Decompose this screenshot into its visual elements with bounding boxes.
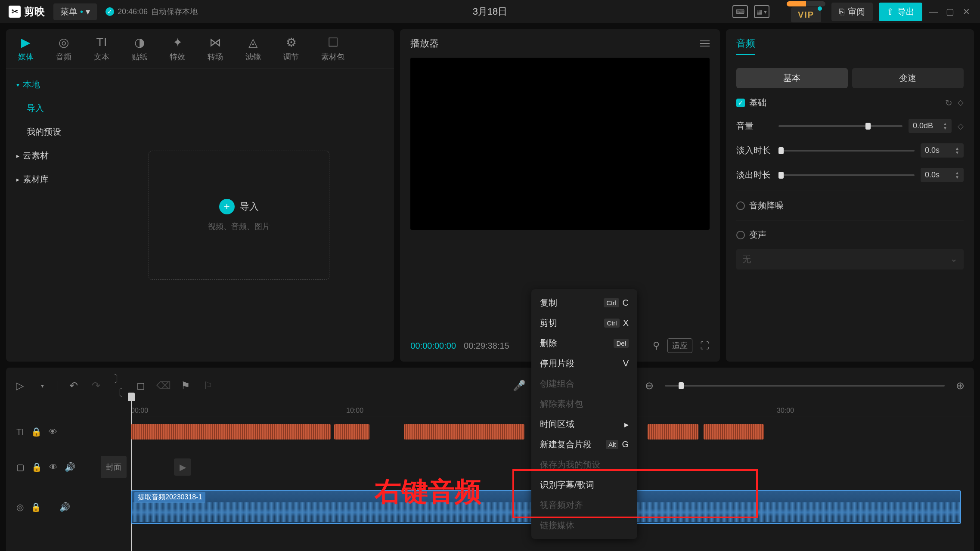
crop-button[interactable]: ◻ <box>134 380 148 392</box>
vip-badge[interactable]: VIP <box>791 7 821 22</box>
import-area: + 导入 视频、音频、图片 <box>84 68 394 362</box>
app-logo: ✂ 剪映 <box>9 5 45 19</box>
import-hint: 视频、音频、图片 <box>208 221 270 232</box>
minimize-button[interactable]: — <box>928 6 939 17</box>
ruler-mark: 10:00 <box>346 407 363 415</box>
fadeout-value[interactable]: 0.0s▲▼ <box>921 168 964 182</box>
delete-button[interactable]: ⌫ <box>156 380 170 392</box>
lock-icon[interactable]: 🔒 <box>31 427 42 437</box>
fadeout-slider[interactable] <box>778 174 915 176</box>
eye-icon[interactable]: 👁 <box>49 462 58 472</box>
tab-audio[interactable]: ◎音频 <box>53 34 75 64</box>
sidebar-local[interactable]: ▾本地 <box>6 73 84 96</box>
zoom-slider[interactable] <box>665 385 945 387</box>
import-button[interactable]: + 导入 <box>219 199 259 214</box>
keyframe-icon[interactable]: ◇ <box>958 98 964 108</box>
sidebar-library[interactable]: ▸素材库 <box>6 167 84 191</box>
chevron-right-icon: ▸ <box>624 419 629 430</box>
media-tabs: ▶媒体 ◎音频 TI文本 ◑贴纸 ✦特效 ⋈转场 ◬滤镜 ⚙调节 ☐素材包 <box>6 29 394 68</box>
ctx-copy[interactable]: 复制CtrlC <box>531 293 637 313</box>
ctx-compound[interactable]: 新建复合片段AltG <box>531 434 637 455</box>
ruler-mark: 30:00 <box>777 407 794 415</box>
player-title: 播放器 <box>410 37 439 50</box>
eye-icon[interactable]: 👁 <box>49 427 57 437</box>
checkbox-basic[interactable]: ✓ <box>736 99 745 107</box>
volume-label: 音量 <box>736 120 772 132</box>
fadein-value[interactable]: 0.0s▲▼ <box>921 143 964 158</box>
ctx-cut[interactable]: 剪切CtrlX <box>531 313 637 333</box>
keyframe-icon[interactable]: ◇ <box>958 121 964 131</box>
tab-basic[interactable]: 基本 <box>736 68 848 88</box>
tab-text[interactable]: TI文本 <box>90 34 113 64</box>
review-icon: ⎘ <box>839 7 844 17</box>
app-name: 剪映 <box>24 5 45 19</box>
sidebar-preset[interactable]: 我的预设 <box>6 120 84 144</box>
checkbox-voicechange[interactable] <box>736 231 745 239</box>
zoom-icon[interactable]: ⚲ <box>653 340 660 351</box>
fadeout-row: 淡出时长 0.0s▲▼ <box>736 168 964 182</box>
import-dropzone[interactable]: + 导入 视频、音频、图片 <box>149 151 329 280</box>
tab-transition[interactable]: ⋈转场 <box>204 34 226 64</box>
close-button[interactable]: ✕ <box>961 6 971 17</box>
mute-icon[interactable]: 🔊 <box>59 502 70 512</box>
volume-value[interactable]: 0.0dB▲▼ <box>909 119 952 133</box>
pointer-dropdown[interactable]: ▾ <box>35 382 49 389</box>
fadein-row: 淡入时长 0.0s▲▼ <box>736 143 964 158</box>
video-preview[interactable] <box>410 58 710 230</box>
marker2-button[interactable]: ⚐ <box>201 380 215 392</box>
volume-slider[interactable] <box>778 125 902 127</box>
text-clip[interactable] <box>704 424 764 440</box>
pack-icon: ☐ <box>328 35 338 49</box>
ctx-delete[interactable]: 删除Del <box>531 333 637 353</box>
text-icon: TI <box>96 35 107 49</box>
redo-button[interactable]: ↷ <box>89 380 103 392</box>
marker-button[interactable]: ⚑ <box>179 380 192 392</box>
text-clip[interactable] <box>131 424 331 440</box>
fadein-slider[interactable] <box>778 150 915 152</box>
menu-button[interactable]: 菜单 • ▾ <box>53 3 97 20</box>
cover-button[interactable]: 封面 <box>101 456 127 478</box>
tab-pack[interactable]: ☐素材包 <box>318 34 348 64</box>
checkbox-denoise[interactable] <box>736 201 745 210</box>
layout-icon[interactable]: ▦ ▾ <box>754 5 769 18</box>
audio-track: ◎ 🔒 x 🔊 提取音频20230318-1 <box>6 488 974 526</box>
pointer-tool[interactable]: ▷ <box>13 380 27 392</box>
ctx-time-region[interactable]: 时间区域▸ <box>531 414 637 434</box>
mic-button[interactable]: 🎤 <box>512 380 526 392</box>
review-button[interactable]: ⎘ 审阅 <box>831 3 873 21</box>
tab-adjust[interactable]: ⚙调节 <box>280 34 302 64</box>
maximize-button[interactable]: ▢ <box>945 6 955 17</box>
text-clip[interactable] <box>334 424 369 440</box>
chevron-down-icon: ▾ <box>86 6 90 17</box>
tab-media[interactable]: ▶媒体 <box>15 34 37 64</box>
sidebar-import[interactable]: 导入 <box>6 96 84 120</box>
tab-sticker[interactable]: ◑贴纸 <box>128 34 151 64</box>
lock-icon[interactable]: 🔒 <box>31 502 41 512</box>
reset-icon[interactable]: ↻ <box>945 98 952 108</box>
undo-button[interactable]: ↶ <box>67 380 81 392</box>
aspect-button[interactable]: 适应 <box>667 338 692 353</box>
props-tabs: 基本 变速 <box>736 68 964 88</box>
sidebar-cloud[interactable]: ▸云素材 <box>6 144 84 167</box>
zoom-out-button[interactable]: ⊖ <box>642 380 656 392</box>
plus-icon: + <box>219 199 235 214</box>
text-clip[interactable] <box>404 424 524 440</box>
tab-effects[interactable]: ✦特效 <box>166 34 189 64</box>
voicechange-label: 变声 <box>749 229 766 241</box>
keyboard-icon[interactable]: ⌨ <box>732 5 748 18</box>
player-menu-icon[interactable] <box>700 40 710 46</box>
split-button[interactable]: 〕〔 <box>112 372 125 399</box>
tab-filter[interactable]: ◬滤镜 <box>242 34 264 64</box>
voicechange-dropdown[interactable]: 无 ⌄ <box>736 249 964 269</box>
audio-track-icon: ◎ <box>16 502 24 512</box>
time-current: 00:00:00:00 <box>410 341 456 351</box>
mute-icon[interactable]: 🔊 <box>65 462 75 472</box>
fullscreen-icon[interactable]: ⛶ <box>700 340 710 351</box>
lock-icon[interactable]: 🔒 <box>31 462 42 472</box>
video-clip-placeholder[interactable]: ▶ <box>174 458 191 476</box>
export-button[interactable]: ⇧ 导出 <box>879 3 922 21</box>
text-clip[interactable] <box>648 424 698 440</box>
ctx-disable[interactable]: 停用片段V <box>531 353 637 374</box>
tab-speed[interactable]: 变速 <box>852 68 964 88</box>
zoom-in-button[interactable]: ⊕ <box>953 380 967 392</box>
